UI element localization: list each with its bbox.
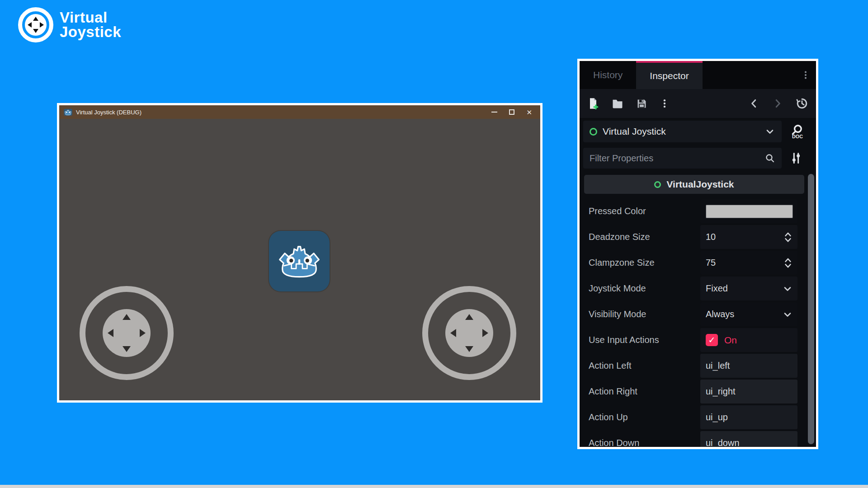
node-selector[interactable]: Virtual Joystick bbox=[583, 121, 782, 142]
property-label-use-input-actions: Use Input Actions bbox=[581, 335, 700, 345]
control-node-icon bbox=[654, 181, 661, 188]
property-row-clampzone-size: Clampzone Size75 bbox=[581, 250, 805, 276]
property-value-use-input-actions[interactable]: ✓On bbox=[700, 328, 797, 352]
property-row-use-input-actions: Use Input Actions✓On bbox=[581, 327, 805, 353]
property-value-clampzone-size[interactable]: 75 bbox=[700, 251, 797, 275]
chevron-down-icon bbox=[764, 126, 775, 137]
value-text[interactable]: ui_down bbox=[706, 438, 793, 447]
app-title: Virtual Joystick bbox=[60, 10, 121, 40]
arrow-left-icon bbox=[108, 329, 113, 337]
property-row-deadzone-size: Deadzone Size10 bbox=[581, 224, 805, 250]
virtual-joystick-left[interactable] bbox=[80, 286, 174, 380]
value-text[interactable]: ui_right bbox=[706, 386, 793, 397]
load-resource-button[interactable] bbox=[611, 97, 624, 110]
close-button[interactable]: ✕ bbox=[526, 109, 532, 116]
arrow-right-icon bbox=[140, 329, 146, 337]
inspector-panel: History Inspector bbox=[577, 59, 818, 449]
panel-menu-icon[interactable] bbox=[795, 61, 816, 89]
property-row-action-right: Action Rightui_right bbox=[581, 379, 805, 404]
maximize-button[interactable] bbox=[509, 109, 514, 115]
checkbox-state-label: On bbox=[724, 335, 737, 346]
app-title-line2: Joystick bbox=[60, 25, 121, 39]
window-title: Virtual Joystick (DEBUG) bbox=[76, 109, 488, 116]
properties-panel: VirtualJoystick Pressed ColorDeadzone Si… bbox=[580, 171, 816, 447]
property-value-action-right[interactable]: ui_right bbox=[700, 380, 797, 404]
checkbox-checked-icon[interactable]: ✓ bbox=[706, 334, 718, 346]
property-rows: Pressed ColorDeadzone Size10Clampzone Si… bbox=[581, 198, 805, 447]
search-icon bbox=[764, 153, 775, 164]
section-header-virtualjoystick[interactable]: VirtualJoystick bbox=[584, 175, 804, 194]
new-resource-button[interactable] bbox=[587, 97, 599, 110]
node-selector-row: Virtual Joystick DOC bbox=[580, 118, 816, 145]
property-row-pressed-color: Pressed Color bbox=[581, 198, 805, 224]
godot-splash-logo bbox=[269, 231, 330, 291]
arrow-right-icon bbox=[482, 329, 488, 337]
filter-tools-icon[interactable] bbox=[782, 152, 811, 164]
app-logo: Virtual Joystick bbox=[18, 7, 121, 42]
tab-history[interactable]: History bbox=[580, 61, 636, 89]
property-label-pressed-color: Pressed Color bbox=[581, 206, 700, 216]
property-row-action-up: Action Upui_up bbox=[581, 404, 805, 430]
value-text: Always bbox=[706, 309, 776, 319]
property-label-clampzone-size: Clampzone Size bbox=[581, 258, 700, 268]
property-label-action-right: Action Right bbox=[581, 386, 700, 397]
stepper-icon[interactable] bbox=[783, 231, 793, 243]
arrow-down-icon bbox=[465, 346, 473, 352]
game-viewport bbox=[59, 119, 540, 400]
color-swatch[interactable] bbox=[706, 205, 793, 218]
joystick-knob[interactable] bbox=[103, 309, 151, 357]
inspector-toolbar bbox=[580, 89, 816, 118]
tabbar-spacer bbox=[703, 61, 795, 89]
tab-inspector[interactable]: Inspector bbox=[636, 61, 702, 89]
resource-extra-menu-icon[interactable] bbox=[660, 98, 670, 109]
object-history-button[interactable] bbox=[795, 97, 809, 110]
arrow-up-icon bbox=[123, 314, 131, 320]
property-value-joystick-mode[interactable]: Fixed bbox=[700, 277, 797, 300]
property-label-action-down: Action Down bbox=[581, 438, 700, 447]
control-node-icon bbox=[590, 128, 597, 136]
property-label-visibility-mode: Visibility Mode bbox=[581, 309, 700, 319]
window-titlebar[interactable]: Virtual Joystick (DEBUG) ✕ bbox=[59, 105, 540, 119]
section-header-label: VirtualJoystick bbox=[666, 179, 734, 190]
value-text[interactable]: ui_up bbox=[706, 412, 793, 422]
property-row-action-down: Action Downui_down bbox=[581, 430, 805, 447]
history-back-button[interactable] bbox=[748, 98, 760, 109]
stepper-icon[interactable] bbox=[783, 257, 793, 269]
history-forward-button[interactable] bbox=[772, 98, 783, 109]
joystick-knob bbox=[25, 14, 47, 36]
property-label-deadzone-size: Deadzone Size bbox=[581, 232, 700, 242]
node-selector-value: Virtual Joystick bbox=[603, 126, 759, 137]
filter-row bbox=[580, 145, 816, 171]
property-value-deadzone-size[interactable]: 10 bbox=[700, 225, 797, 249]
save-resource-button[interactable] bbox=[636, 98, 648, 110]
property-value-pressed-color[interactable] bbox=[700, 199, 797, 223]
scrollbar[interactable] bbox=[808, 173, 814, 445]
property-label-action-up: Action Up bbox=[581, 412, 700, 422]
joystick-knob[interactable] bbox=[445, 309, 493, 357]
property-value-visibility-mode[interactable]: Always bbox=[700, 302, 797, 326]
chevron-down-icon[interactable] bbox=[782, 283, 793, 294]
property-row-action-left: Action Leftui_left bbox=[581, 353, 805, 379]
inspector-tabbar: History Inspector bbox=[580, 61, 816, 89]
value-text: Fixed bbox=[706, 283, 776, 294]
virtual-joystick-right[interactable] bbox=[422, 286, 516, 380]
property-value-action-left[interactable]: ui_left bbox=[700, 354, 797, 378]
arrow-down-icon bbox=[33, 29, 38, 33]
property-label-joystick-mode: Joystick Mode bbox=[581, 283, 700, 294]
chevron-down-icon[interactable] bbox=[782, 309, 793, 320]
open-docs-button[interactable]: DOC bbox=[782, 124, 811, 139]
bottom-edge bbox=[0, 485, 868, 488]
godot-robot-icon bbox=[276, 240, 323, 282]
godot-icon bbox=[64, 108, 72, 117]
filter-properties-box[interactable] bbox=[583, 148, 782, 169]
property-value-action-up[interactable]: ui_up bbox=[700, 405, 797, 429]
minimize-button[interactable] bbox=[491, 112, 497, 113]
filter-properties-input[interactable] bbox=[590, 153, 759, 164]
property-row-joystick-mode: Joystick ModeFixed bbox=[581, 276, 805, 301]
app-title-line1: Virtual bbox=[60, 10, 121, 25]
joystick-logo-icon bbox=[18, 7, 53, 42]
property-row-visibility-mode: Visibility ModeAlways bbox=[581, 301, 805, 327]
property-value-action-down[interactable]: ui_down bbox=[700, 431, 797, 447]
scrollbar-thumb[interactable] bbox=[808, 174, 814, 444]
value-text[interactable]: ui_left bbox=[706, 361, 793, 371]
